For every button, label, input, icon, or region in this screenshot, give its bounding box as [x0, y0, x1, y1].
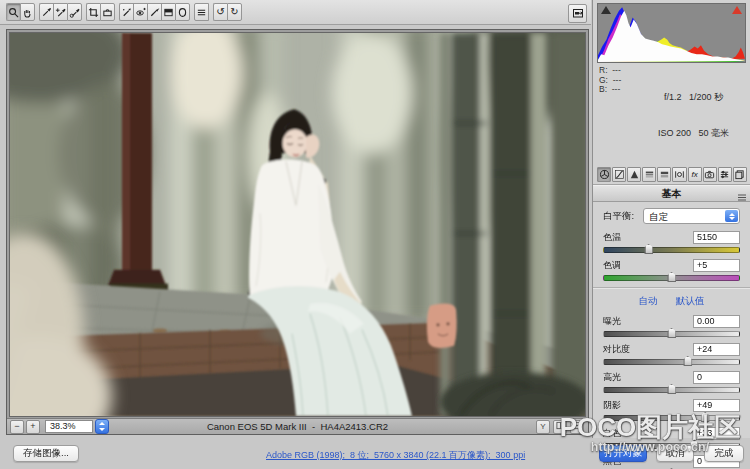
default-link[interactable]: 默认值 [676, 295, 705, 306]
slider-label: 色调 [603, 259, 621, 272]
slider-thumb[interactable] [667, 328, 676, 338]
file-title: Canon EOS 5D Mark III - HA4A2413.CR2 [7, 421, 588, 432]
aperture-icon [599, 166, 610, 184]
adjustment-brush-tool-button[interactable] [147, 3, 161, 21]
slider-value-field[interactable]: +24 [693, 343, 740, 356]
hand-tool-button[interactable] [20, 3, 35, 21]
rotate-left-button[interactable]: ↺ [213, 3, 227, 21]
slider-contrast: 对比度+24 [603, 343, 740, 365]
tab-split-toning[interactable] [657, 167, 671, 182]
fx-icon: fx [691, 171, 697, 179]
slider-track[interactable] [603, 275, 740, 281]
radial-filter-tool-button[interactable] [175, 3, 190, 21]
dropdown-stepper-icon [725, 210, 738, 222]
slider-label: 阴影 [603, 399, 621, 412]
white-balance-sliders: 色温5150色调+5 [603, 231, 740, 281]
preferences-button[interactable] [194, 3, 209, 21]
exif-readout: R: --- G: --- B: --- f/1.2 1/200 秒 ISO 2… [593, 65, 750, 165]
swap-before-after-button[interactable] [553, 420, 567, 434]
tab-snapshots[interactable] [733, 167, 747, 182]
shadow-clipping-toggle[interactable] [601, 6, 611, 14]
hand-icon [22, 7, 33, 18]
slider-tint: 色调+5 [603, 259, 740, 281]
rotate-right-button[interactable]: ↻ [227, 3, 242, 21]
tab-hsl-grayscale[interactable] [642, 167, 656, 182]
dialog-footer: 存储图像... Adobe RGB (1998); 8 位; 5760 x 38… [0, 437, 750, 469]
targeted-adjustment-tool-button[interactable] [67, 3, 82, 21]
tab-lens-corrections[interactable] [672, 167, 686, 182]
eyedropper-crosshair-icon [55, 7, 66, 18]
slider-thumb[interactable] [667, 272, 676, 282]
white-balance-row: 白平衡: 自定 [603, 208, 740, 224]
cancel-button[interactable]: 取消 [656, 445, 694, 462]
slider-track[interactable] [603, 247, 740, 253]
save-image-button[interactable]: 存储图像... [13, 445, 79, 462]
slider-shadows: 阴影+49 [603, 399, 740, 421]
pages-icon [734, 166, 745, 184]
slider-track[interactable] [603, 387, 740, 393]
zoom-tool-button[interactable] [6, 3, 20, 21]
preview-status-bar: − + 38.3% Canon EOS 5D Mark III - HA4A24… [7, 418, 588, 434]
slider-temperature: 色温5150 [603, 231, 740, 253]
crop-icon [88, 7, 99, 18]
healing-brush-icon [121, 7, 132, 18]
split-icon [659, 166, 670, 184]
slider-track[interactable] [603, 415, 740, 421]
preview-mode-toggle-button[interactable]: Y [536, 420, 550, 434]
slider-value-field[interactable]: 0 [693, 371, 740, 384]
tab-detail[interactable] [627, 167, 641, 182]
crop-tool-button[interactable] [86, 3, 100, 21]
slider-thumb[interactable] [644, 244, 653, 254]
auto-default-row: 自动 默认值 [603, 295, 740, 308]
slider-value-field[interactable]: +5 [693, 259, 740, 272]
slider-thumb[interactable] [701, 412, 710, 422]
exposure-info: f/1.2 1/200 秒 ISO 200 50 毫米 [641, 66, 746, 163]
tab-tone-curve[interactable] [612, 167, 626, 182]
camera-icon [704, 166, 715, 184]
slider-thumb[interactable] [683, 356, 692, 366]
tab-presets[interactable] [718, 167, 732, 182]
color-sampler-tool-button[interactable] [53, 3, 67, 21]
slider-value-field[interactable]: 5150 [693, 231, 740, 244]
transform-tool-button[interactable] [100, 3, 115, 21]
tab-effects[interactable]: fx [688, 167, 702, 182]
graduated-filter-tool-button[interactable] [161, 3, 175, 21]
divider [593, 287, 750, 289]
slider-label: 曝光 [603, 315, 621, 328]
spot-removal-tool-button[interactable] [119, 3, 133, 21]
canvas-matte [9, 32, 586, 417]
auto-link[interactable]: 自动 [638, 295, 657, 306]
tab-camera-calibration[interactable] [703, 167, 717, 182]
copy-settings-button[interactable] [570, 420, 584, 434]
white-balance-label: 白平衡: [603, 210, 643, 223]
slider-thumb[interactable] [667, 384, 676, 394]
tab-basic[interactable] [597, 167, 611, 182]
fullscreen-toggle-button[interactable] [568, 4, 587, 23]
slider-value-field[interactable]: 0.00 [693, 315, 740, 328]
slider-track[interactable] [603, 359, 740, 365]
menu-lines-icon [196, 7, 207, 18]
camera-raw-dialog: ↺ ↻ [0, 0, 750, 469]
sliders-icon [719, 166, 730, 184]
preview-frame: − + 38.3% Canon EOS 5D Mark III - HA4A24… [6, 29, 589, 435]
panel-menu-icon[interactable] [738, 190, 746, 205]
white-balance-tool-button[interactable] [39, 3, 53, 21]
highlight-clipping-toggle[interactable] [732, 6, 742, 14]
slider-track[interactable] [603, 331, 740, 337]
workflow-options-link[interactable]: Adobe RGB (1998); 8 位; 5760 x 3840 (22.1… [266, 449, 525, 462]
magnifier-icon [8, 7, 19, 18]
slider-label: 高光 [603, 371, 621, 384]
photo-canvas[interactable] [10, 33, 585, 416]
eyedropper-target-icon [69, 7, 80, 18]
red-eye-tool-button[interactable] [133, 3, 147, 21]
ellipse-icon [177, 7, 188, 18]
done-button[interactable]: 完成 [704, 445, 744, 462]
slider-value-field[interactable]: +49 [693, 399, 740, 412]
curve-icon [614, 166, 625, 184]
eye-icon [135, 7, 146, 18]
eyedropper-icon [41, 7, 52, 18]
white-balance-select[interactable]: 自定 [643, 208, 740, 224]
toolbox-icon [102, 7, 113, 18]
open-object-button[interactable]: 打开对象 [599, 445, 647, 462]
panel-title: 基本 [593, 185, 750, 202]
